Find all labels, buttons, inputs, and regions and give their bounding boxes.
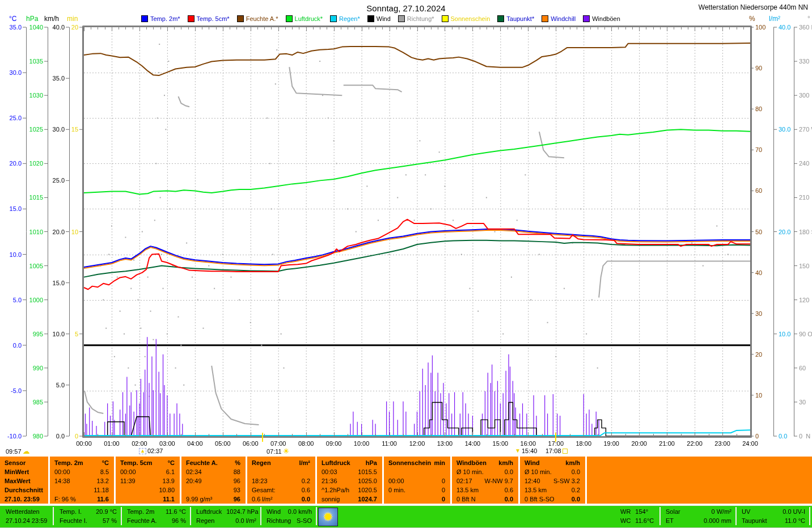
stats-row-label: MinWert <box>0 467 48 476</box>
chart-legend: Temp. 2m*Temp. 5cm*Feuchte A.*Luftdruck*… <box>141 15 620 22</box>
stats-cell-value: 10.80 <box>159 485 175 495</box>
stats-col-temp-2m: Temp. 2m°C00:008.514:3813.211.18F: 96 %1… <box>50 457 116 504</box>
legend-item-feuchte: Feuchte A.* <box>237 15 278 22</box>
stats-cell-time: sonnig <box>322 495 340 504</box>
stats-col-windb-en: Windböenkm/hØ 10 min.0.002:17W-NW 9.713.… <box>452 457 520 504</box>
luftdruck-swatch-icon <box>286 15 293 22</box>
square-icon <box>563 449 568 454</box>
stats-cell-value: 0.6 <box>505 485 513 495</box>
status-label: Solar <box>666 508 680 517</box>
stats-col-unit: km/h <box>498 458 513 467</box>
status-value: 0.0 UV-I <box>783 508 805 517</box>
status-line: Temp. I.20.9 °C <box>60 508 117 517</box>
stats-col-title: Windböen <box>456 458 487 467</box>
stats-col-unit: min <box>434 458 445 467</box>
stats-cell <box>384 467 450 476</box>
legend-label-feuchte: Feuchte A.* <box>246 15 278 22</box>
legend-item-sonnenschein: Sonnenschein <box>442 15 490 22</box>
status-label: Temp. I. <box>60 508 82 517</box>
moonrise-marker: ▲02:37 <box>139 447 163 454</box>
stats-cell-value: 93 <box>234 485 240 495</box>
row-label-text: Durchschnitt <box>5 485 43 495</box>
status-cell-wind-richtung: Wind0.0 km/hRichtungS-SO <box>263 507 317 525</box>
marker-time-label: 02:37 <box>147 447 163 454</box>
stats-cell: 0 Bft S-SO0.0 <box>520 495 585 504</box>
wind-swatch-icon <box>367 15 374 22</box>
axis-unit-hPa: hPa <box>26 15 38 23</box>
stats-col-temp-5cm: Temp. 5cm°C00:006.111:3913.910.8011.1 <box>116 457 181 504</box>
status-cell-aussen: Temp. 2m11.6 °CFeuchte A.96 % <box>123 507 191 525</box>
weather-chart-canvas <box>0 0 812 457</box>
stats-col-luftdruck: LuftdruckhPa00:031015.521:361025.0^1.2hP… <box>317 457 384 504</box>
stats-cell-time: 02:34 <box>186 467 202 476</box>
stats-cell: 00:008.5 <box>50 467 114 476</box>
stats-cell: 00:006.1 <box>116 467 180 476</box>
status-label: Wetterdaten <box>6 508 40 517</box>
legend-label-temp2m: Temp. 2m* <box>150 15 180 22</box>
sonnenschein-swatch-icon <box>442 15 449 22</box>
status-value: 11.0 °C <box>785 517 805 526</box>
stats-cell-time: Ø 10 min. <box>456 467 484 476</box>
stats-cell: 00:000 <box>384 476 450 485</box>
windboeen-swatch-icon <box>583 15 590 22</box>
stats-cell-time: 0 Bft S-SO <box>525 495 555 504</box>
stats-col-title: Wind <box>525 458 540 467</box>
sunrise-marker: 07:11☀ <box>267 447 289 455</box>
status-line: UV0.0 UV-I <box>742 508 805 517</box>
stats-cell: 0 Bft N0.0 <box>452 495 518 504</box>
legend-label-richtung: Richtung* <box>407 15 434 22</box>
status-line: Temp. 2m11.6 °C <box>127 508 186 517</box>
stats-cell: 21:361025.0 <box>317 476 382 485</box>
stats-cell-value: 0.6 <box>302 485 310 495</box>
up-icon: ▲ <box>139 448 146 454</box>
axis-unit-°: ° <box>807 15 810 23</box>
status-line: Regen0.0 l/m² <box>196 517 256 526</box>
legend-item-temp2m: Temp. 2m* <box>141 15 180 22</box>
status-line: 27.10.24 23:59 <box>6 517 49 526</box>
legend-label-windboeen: Windböen <box>592 15 620 22</box>
stats-cell-value: 6.1 <box>166 467 175 476</box>
stats-cell: 11.1 <box>116 495 180 504</box>
axis-unit-°C: °C <box>9 15 16 23</box>
down-icon: ▼ <box>515 448 521 454</box>
stats-cell: 11.18 <box>50 485 114 495</box>
status-label: Feuchte A. <box>127 517 157 526</box>
cloud-icon: ☁ <box>23 447 30 455</box>
stats-cell-time: 13.5 km <box>525 485 547 495</box>
status-cell-uv-taupunkt: UV0.0 UV-ITaupunkt11.0 °C <box>738 507 810 525</box>
stats-cell: 02:3488 <box>181 467 246 476</box>
stats-cell-value: W-NW 9.7 <box>484 476 513 485</box>
status-value: 57 % <box>103 517 117 526</box>
legend-label-taupunkt: Taupunkt* <box>506 15 534 22</box>
stats-cell-value: 11.1 <box>163 495 175 504</box>
legend-item-taupunkt: Taupunkt* <box>497 15 534 22</box>
status-value: 0.0 l/m² <box>235 517 256 526</box>
stats-cell-time: ^1.2hPa/h <box>322 485 349 495</box>
status-label: ET <box>666 517 674 526</box>
legend-item-temp5cm: Temp. 5cm* <box>188 15 230 22</box>
status-line: Feuchte A.96 % <box>127 517 186 526</box>
stats-cell-time: 20:49 <box>186 476 202 485</box>
legend-item-regen: Regen* <box>330 15 360 22</box>
status-line: Wind0.0 km/h <box>267 508 312 517</box>
stats-cell-value: 0.0 <box>505 495 513 504</box>
stats-cell: ^1.2hPa/h1020.5 <box>317 485 382 495</box>
stats-col-header: Windkm/h <box>520 458 585 467</box>
status-label: UV <box>742 508 750 517</box>
stats-cell: 14:3813.2 <box>50 476 114 485</box>
stats-cell: 13.5 km0.2 <box>520 485 585 495</box>
stats-col-title: Temp. 2m <box>54 458 83 467</box>
axis-unit-min: min <box>67 15 78 23</box>
status-line: ET0.000 mm <box>666 517 731 526</box>
sunset-marker: 17:08 <box>545 447 568 454</box>
stats-row-label: MaxWert <box>0 476 48 485</box>
chart-region: Sonntag, 27.10.2024 Wetterstation Nieder… <box>0 0 812 457</box>
status-line: Solar0 W/m² <box>666 508 731 517</box>
stats-cell: Ø 10 min.0.0 <box>452 467 518 476</box>
marker-time-label: 09:57 <box>6 448 22 455</box>
stats-col-header: Regenl/m² <box>247 458 315 467</box>
status-line: Feuchte I.57 % <box>60 517 117 526</box>
stats-col-header: LuftdruckhPa <box>317 458 382 467</box>
status-cell-druck-regen: Luftdruck1024.7 hPaRegen0.0 l/m² <box>192 507 261 525</box>
stats-row-label: 27.10. 23:59 <box>0 495 48 504</box>
